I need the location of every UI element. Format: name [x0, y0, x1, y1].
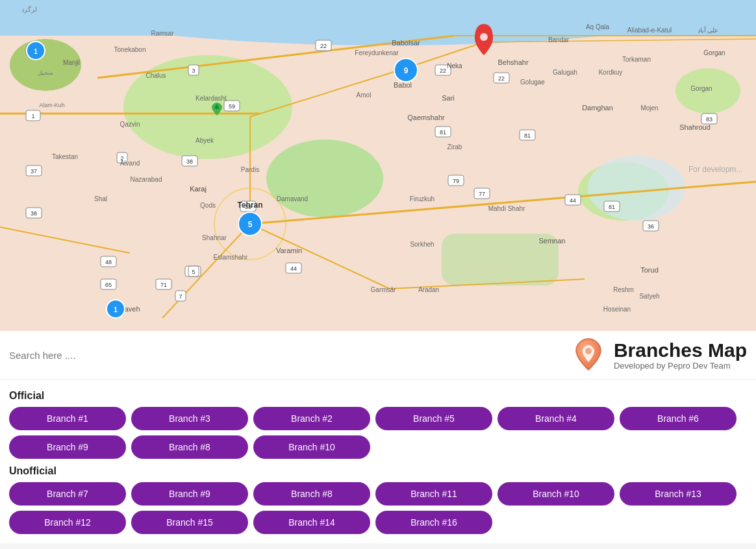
branch-btn-9a[interactable]: Branch #9 [9, 435, 126, 459]
svg-text:Torud: Torud [640, 266, 659, 274]
svg-text:Chalus: Chalus [145, 72, 166, 79]
svg-text:منجیل: منجیل [38, 69, 53, 76]
svg-text:Qazvin: Qazvin [120, 121, 140, 128]
svg-text:Galugah: Galugah [553, 69, 577, 76]
svg-text:Mojen: Mojen [640, 104, 658, 112]
svg-text:22: 22 [320, 43, 327, 49]
svg-text:83: 83 [706, 116, 712, 123]
svg-text:Kelardasht: Kelardasht [195, 95, 227, 102]
svg-text:Torkaman: Torkaman [622, 56, 651, 63]
svg-text:3: 3 [192, 67, 195, 74]
search-input[interactable] [9, 350, 562, 361]
svg-text:Tehran: Tehran [237, 201, 262, 210]
branch-btn-9b[interactable]: Branch #9 [131, 482, 248, 506]
branch-btn-14[interactable]: Branch #14 [253, 511, 370, 534]
svg-text:For developm...: For developm... [688, 165, 742, 174]
svg-text:Neka: Neka [447, 62, 462, 69]
svg-text:36: 36 [648, 223, 654, 230]
svg-text:Eslamshahr: Eslamshahr [214, 254, 248, 261]
branch-btn-5[interactable]: Branch #5 [375, 407, 492, 430]
svg-text:1: 1 [31, 113, 34, 119]
svg-text:Behshahr: Behshahr [498, 58, 528, 66]
svg-text:لرگرد: لرگرد [21, 6, 37, 14]
svg-text:Qaemshahr: Qaemshahr [407, 114, 445, 121]
unofficial-section-label: Unofficial [9, 465, 747, 477]
svg-text:Aradan: Aradan [418, 286, 439, 293]
svg-text:Golugae: Golugae [520, 79, 545, 86]
app-title: Branches Map [614, 339, 747, 361]
svg-text:Manjil: Manjil [63, 59, 80, 66]
svg-text:7: 7 [179, 293, 182, 300]
svg-text:Babolsar: Babolsar [392, 39, 420, 47]
svg-text:37: 37 [31, 168, 37, 175]
branch-btn-1[interactable]: Branch #1 [9, 407, 126, 430]
branch-btn-8b[interactable]: Branch #8 [253, 482, 370, 506]
branch-btn-16[interactable]: Branch #16 [375, 511, 492, 534]
svg-text:44: 44 [570, 197, 576, 204]
svg-text:9: 9 [404, 66, 409, 75]
branch-btn-6[interactable]: Branch #6 [620, 407, 737, 430]
svg-text:Babol: Babol [394, 81, 412, 89]
svg-text:Alam-Kuh: Alam-Kuh [39, 102, 65, 108]
svg-text:Sari: Sari [442, 94, 455, 102]
branch-btn-3[interactable]: Branch #3 [131, 407, 248, 430]
svg-text:Alvand: Alvand [120, 160, 140, 167]
svg-text:81: 81 [524, 132, 531, 139]
logo-area: Branches Map Developed by Pepro Dev Team [570, 336, 747, 374]
map-container[interactable]: 1 1 37 38 48 65 71 7 65 3 59 5 22 81 81 … [0, 0, 756, 331]
official-branches-row-2: Branch #9 Branch #8 Branch #10 [9, 435, 747, 459]
branch-btn-8a[interactable]: Branch #8 [131, 435, 248, 459]
svg-text:Aliabad-e-Katul: Aliabad-e-Katul [627, 27, 672, 34]
branches-section: Official Branch #1 Branch #3 Branch #2 B… [0, 380, 756, 543]
svg-text:Reshm: Reshm [613, 286, 634, 293]
svg-text:59: 59 [229, 103, 235, 110]
svg-text:Gorgan: Gorgan [690, 85, 712, 92]
svg-text:22: 22 [498, 75, 505, 82]
search-bar: Branches Map Developed by Pepro Dev Team [0, 331, 756, 380]
svg-text:79: 79 [453, 178, 459, 184]
svg-text:Zirab: Zirab [447, 143, 462, 151]
branch-btn-2[interactable]: Branch #2 [253, 407, 370, 430]
svg-text:5: 5 [192, 269, 195, 275]
branch-btn-4[interactable]: Branch #4 [498, 407, 614, 430]
svg-text:Hoseinan: Hoseinan [603, 306, 631, 313]
svg-text:77: 77 [479, 191, 485, 197]
branch-btn-7[interactable]: Branch #7 [9, 482, 126, 506]
svg-text:1: 1 [34, 48, 38, 55]
branch-btn-11[interactable]: Branch #11 [375, 482, 492, 506]
svg-text:48: 48 [105, 259, 112, 265]
svg-text:Amol: Amol [357, 92, 372, 99]
branch-btn-10a[interactable]: Branch #10 [253, 435, 370, 459]
svg-text:Abyek: Abyek [195, 137, 214, 144]
svg-text:Ramsar: Ramsar [151, 30, 174, 37]
svg-text:5: 5 [248, 220, 253, 229]
svg-text:Karaj: Karaj [190, 185, 207, 193]
unofficial-branches-row-1: Branch #7 Branch #9 Branch #8 Branch #11… [9, 482, 747, 506]
svg-text:22: 22 [440, 67, 446, 74]
svg-text:Aq Qala: Aq Qala [586, 23, 610, 30]
svg-text:Shahroud: Shahroud [679, 123, 711, 131]
branch-btn-13[interactable]: Branch #13 [620, 482, 737, 506]
svg-text:Fereydunkenar: Fereydunkenar [355, 49, 399, 56]
app-subtitle: Developed by Pepro Dev Team [614, 361, 747, 371]
svg-text:71: 71 [160, 282, 167, 288]
svg-text:Nazarabad: Nazarabad [131, 176, 162, 183]
svg-text:علی آباد: علی آباد [698, 26, 719, 34]
svg-text:38: 38 [31, 210, 37, 217]
svg-text:1: 1 [114, 306, 118, 313]
svg-text:Satyeh: Satyeh [639, 293, 659, 300]
svg-text:65: 65 [105, 282, 112, 288]
logo-text-block: Branches Map Developed by Pepro Dev Team [614, 339, 747, 371]
svg-text:44: 44 [290, 265, 297, 272]
svg-text:🌲: 🌲 [214, 103, 220, 110]
app-logo-icon [570, 336, 607, 374]
svg-text:Sorkheh: Sorkheh [410, 241, 434, 248]
branch-btn-15[interactable]: Branch #15 [131, 511, 248, 534]
svg-text:Semnan: Semnan [539, 237, 566, 245]
svg-text:Pardis: Pardis [241, 166, 259, 173]
branch-btn-10b[interactable]: Branch #10 [498, 482, 614, 506]
branch-btn-12[interactable]: Branch #12 [9, 511, 126, 534]
svg-text:Gorgan: Gorgan [703, 49, 725, 56]
svg-point-144 [585, 348, 592, 354]
svg-text:Shal: Shal [94, 195, 107, 202]
